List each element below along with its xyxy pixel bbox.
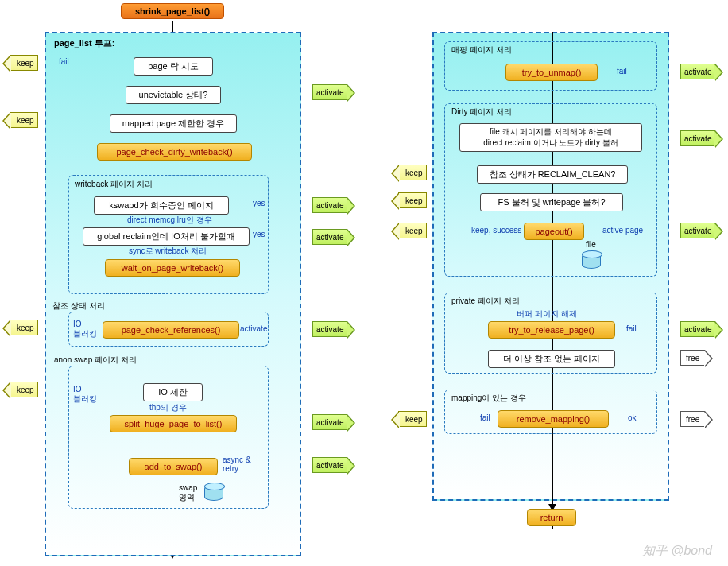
release-fail: fail [626, 324, 637, 333]
activate-arrow-5: activate [312, 414, 347, 430]
remove-label: mapping이 있는 경우 [451, 393, 526, 404]
node-reclaim-clean: 참조 상태가 RECLAIM_CLEAN? [477, 165, 628, 184]
dirty-label: Dirty 페이지 처리 [451, 107, 512, 118]
direct-memcg: direct memcg lru인 경우 [127, 215, 212, 226]
node-no-ref: 더 이상 참조 없는 페이지 [488, 350, 615, 368]
file-label: file [586, 240, 596, 249]
activate-arrow-2: activate [312, 197, 347, 213]
keep-arrow-2: keep [10, 112, 38, 128]
writeback-label: writeback 페이지 처리 [75, 179, 153, 190]
anon-io: IO 블러킹 [73, 385, 97, 405]
left-panel-label: page_list 루프: [54, 37, 114, 49]
keep-arrow-r1: keep [398, 165, 427, 180]
async-retry: async & retry [223, 456, 251, 473]
keep-arrow-1: keep [10, 55, 38, 71]
activate-arrow-r3: activate [680, 223, 715, 238]
yes1: yes [253, 199, 265, 207]
node-check-refs: page_check_references() [103, 321, 239, 339]
activate-arrow-r1: activate [680, 64, 715, 79]
node-release-page: try_to_release_page() [488, 321, 615, 339]
node-return: return [527, 509, 576, 526]
keep-arrow-r2: keep [398, 192, 427, 208]
free-arrow-1: free [680, 350, 705, 366]
watermark: 知乎 @bond [642, 543, 712, 560]
refs-label: 참조 상태 처리 [52, 300, 105, 312]
refs-io: IO 블러킹 [73, 320, 97, 339]
keep-arrow-r3: keep [398, 223, 427, 238]
node-add-swap: add_to_swap() [129, 458, 218, 475]
yes2: yes [253, 230, 265, 238]
private-label: private 페이지 처리 [451, 296, 520, 307]
node-pageout: pageout() [524, 223, 584, 240]
activate-arrow-6: activate [312, 457, 347, 473]
node-io-limit: IO 제한 [143, 383, 203, 401]
node-file-cache: file 캐시 페이지를 처리해야 하는데 direct reclaim 이거나… [459, 123, 642, 152]
unmap-fail: fail [617, 67, 627, 76]
node-check-dirty: page_check_dirty_writeback() [97, 143, 252, 161]
keep-arrow-r4: keep [398, 411, 427, 427]
keep-arrow-3: keep [10, 320, 38, 335]
swap-label: swap 영역 [179, 483, 197, 503]
sync-wb: sync로 writeback 처리 [129, 246, 207, 257]
activate-arrow-1: activate [312, 84, 347, 100]
file-cylinder [582, 253, 601, 269]
buffer-free: 버퍼 페이지 해제 [517, 308, 577, 320]
keep-success: keep, success [471, 226, 521, 235]
node-wait-writeback: wait_on_page_writeback() [105, 259, 240, 277]
node-remove-mapping: remove_mapping() [498, 410, 609, 428]
node-split-huge: split_huge_page_to_list() [110, 415, 237, 432]
title-node: shrink_page_list() [121, 3, 224, 19]
remove-fail: fail [480, 413, 490, 422]
remove-ok: ok [628, 413, 637, 422]
mapping-label: 매핑 페이지 처리 [451, 45, 512, 56]
activate-arrow-4: activate [312, 321, 347, 337]
activate-arrow-3: activate [312, 229, 347, 245]
node-global-reclaim: global reclaim인데 IO처리 불가할때 [83, 227, 250, 246]
node-mapped-limit: mapped page 제한한 경우 [110, 114, 237, 133]
keep-arrow-4: keep [10, 382, 38, 397]
node-unevictable: unevictable 상태? [126, 86, 221, 104]
swap-cylinder [204, 485, 223, 501]
node-page-lock: page 락 시도 [134, 57, 213, 76]
node-unmap: try_to_unmap() [505, 64, 598, 81]
active-page: active page [602, 226, 643, 235]
node-kswapd: kswapd가 회수중인 페이지 [94, 196, 229, 215]
activate-arrow-r4: activate [680, 321, 715, 337]
fail-label: fail [59, 57, 69, 66]
activate-arrow-r2: activate [680, 130, 715, 146]
node-fs-writepage: FS 불허 및 writepage 불허? [480, 193, 623, 211]
anon-label: anon swap 페이지 처리 [54, 355, 137, 366]
free-arrow-2: free [680, 411, 705, 427]
refs-activate: activate [240, 324, 267, 333]
thp-label: thp의 경우 [149, 402, 187, 413]
